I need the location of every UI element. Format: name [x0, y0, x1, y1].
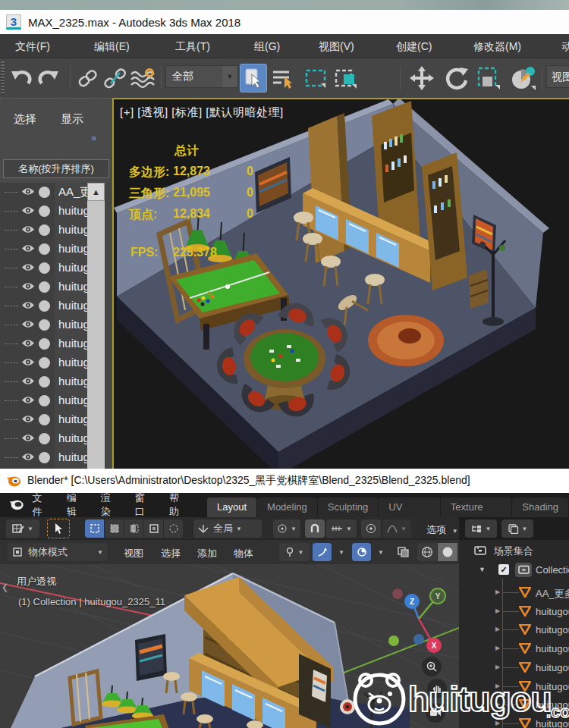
visibility-eye-icon[interactable]	[21, 414, 35, 424]
select-mode-tweak-button[interactable]	[85, 519, 104, 538]
max-menu-animation[interactable]: 动	[561, 34, 569, 58]
select-and-place-button[interactable]	[510, 64, 537, 93]
snap-target-dropdown[interactable]: ▼	[326, 519, 357, 538]
blender-menu-edit[interactable]: 编辑	[67, 491, 84, 519]
visibility-eye-icon[interactable]	[21, 452, 35, 462]
pivot-point-dropdown[interactable]: ▼	[273, 519, 300, 538]
outliner-collection-row[interactable]: ▼ ✓ Collection	[459, 561, 569, 579]
list-scrollbar[interactable]: ▲	[87, 183, 105, 469]
max-menu-tools[interactable]: 工具(T)	[175, 34, 210, 58]
max-menu-edit[interactable]: 编辑(E)	[94, 34, 130, 58]
visibility-eye-icon[interactable]	[21, 224, 35, 234]
max-menu-create[interactable]: 创建(C)	[396, 34, 432, 58]
outliner-item[interactable]: ▶huitugou	[459, 715, 569, 728]
frozen-dot-icon[interactable]	[39, 187, 50, 198]
visibility-eye-icon[interactable]	[21, 357, 35, 367]
editor-type-dropdown[interactable]: ▼	[6, 519, 39, 538]
options-dropdown[interactable]: 选项 ▼	[426, 523, 458, 537]
blender-viewport[interactable]: 用户透视 (1) Collection | huitugou_2325_11 Z…	[0, 564, 459, 728]
visibility-eye-icon[interactable]	[21, 433, 35, 443]
gizmos-toggle-button[interactable]	[313, 543, 332, 561]
bind-to-space-warp-button[interactable]	[129, 64, 156, 93]
max-menu-group[interactable]: 组(G)	[254, 34, 280, 58]
select-and-rotate-button[interactable]	[443, 64, 470, 93]
collection-checkbox[interactable]: ✓	[498, 564, 509, 575]
tab-select[interactable]: 选择	[14, 112, 36, 127]
select-mode-lasso-button[interactable]	[144, 519, 163, 538]
proportional-edit-button[interactable]	[361, 519, 381, 538]
workspace-tab-texturepaint[interactable]: Texture Paint	[441, 497, 511, 517]
outliner-item[interactable]: ▶huitugou	[459, 603, 569, 621]
sort-header[interactable]: 名称(按升序排序)	[3, 159, 109, 178]
rectangular-selection-region-button[interactable]	[302, 64, 329, 93]
frozen-dot-icon[interactable]	[39, 357, 50, 369]
undo-button[interactable]	[8, 64, 35, 93]
workspace-tab-uvediting[interactable]: UV Editing	[379, 497, 440, 517]
select-mode-circle-button[interactable]	[124, 519, 143, 538]
outliner-scene-collection-row[interactable]: 场景集合	[459, 541, 569, 560]
toolbar-drag-handle[interactable]	[1, 61, 5, 95]
frozen-dot-icon[interactable]	[39, 281, 50, 293]
falloff-dropdown[interactable]: ▼	[382, 519, 411, 538]
frozen-dot-icon[interactable]	[39, 206, 50, 217]
transform-orientation-dropdown[interactable]: 全局 ▼	[193, 519, 262, 538]
frozen-dot-icon[interactable]	[39, 338, 50, 350]
navigation-gizmo[interactable]: Z Y X	[383, 585, 451, 654]
select-menu[interactable]: 选择	[161, 547, 181, 560]
visibility-eye-icon[interactable]	[21, 319, 35, 329]
outliner-item[interactable]: ▶huitugou	[459, 696, 569, 714]
workspace-tab-layout[interactable]: Layout	[207, 497, 256, 517]
max-viewport[interactable]: [+] [透视] [标准] [默认明暗处理] 总计 多边形: 12,873 0 …	[112, 98, 569, 469]
outliner-item[interactable]: ▶huitugou	[459, 621, 569, 639]
move-view-button[interactable]	[427, 679, 447, 698]
visibility-eye-icon[interactable]	[21, 206, 35, 215]
workspace-tab-sculpting[interactable]: Sculpting	[318, 497, 378, 517]
expand-arrow-icon[interactable]: ▼	[479, 566, 486, 573]
frozen-dot-icon[interactable]	[39, 300, 50, 312]
workspace-tab-shading[interactable]: Shading	[512, 497, 568, 517]
shading-wireframe-button[interactable]	[417, 543, 437, 561]
workspace-tab-modeling[interactable]: Modeling	[257, 497, 317, 517]
overlays-toggle-button[interactable]	[352, 543, 371, 561]
max-menu-views[interactable]: 视图(V)	[319, 34, 354, 58]
select-object-button[interactable]	[240, 64, 267, 93]
selection-filter-dropdown[interactable]: 全部 ▼	[165, 65, 238, 88]
frozen-dot-icon[interactable]	[39, 243, 50, 255]
visibility-eye-icon[interactable]	[21, 187, 35, 196]
blender-menu-render[interactable]: 渲染	[101, 491, 118, 519]
shading-solid-button[interactable]	[438, 543, 457, 561]
viewport-label[interactable]: [+] [透视] [标准] [默认明暗处理]	[120, 105, 284, 120]
frozen-dot-icon[interactable]	[39, 319, 50, 331]
unlink-selection-button[interactable]	[102, 64, 129, 93]
select-and-link-button[interactable]	[74, 64, 102, 93]
zoom-button[interactable]	[422, 657, 442, 676]
sidebar-toggle-arrow[interactable]: ❮	[2, 582, 8, 592]
blender-menu-help[interactable]: 帮助	[169, 491, 187, 519]
frozen-dot-icon[interactable]	[39, 452, 50, 463]
select-and-move-button[interactable]	[408, 64, 435, 93]
object-menu[interactable]: 物体	[234, 547, 253, 560]
outliner-item[interactable]: ▶huitugou	[459, 640, 569, 658]
blender-menu-file[interactable]: 文件	[33, 491, 50, 519]
view-menu[interactable]: 视图	[124, 547, 143, 560]
add-menu[interactable]: 添加	[197, 547, 217, 560]
tab-display[interactable]: 显示	[61, 112, 83, 127]
frozen-dot-icon[interactable]	[39, 433, 50, 444]
window-crossing-toggle-button[interactable]	[332, 64, 360, 93]
outliner-item[interactable]: ▶huitugou	[459, 678, 569, 696]
mode-dropdown[interactable]: 物体模式 ▼	[8, 543, 108, 561]
visibility-eye-icon[interactable]	[21, 281, 35, 291]
max-menu-file[interactable]: 文件(F)	[15, 34, 50, 58]
frozen-dot-icon[interactable]	[39, 376, 50, 388]
redo-button[interactable]	[35, 64, 62, 93]
show-gizmo-dropdown[interactable]: ▼	[279, 543, 310, 561]
visibility-eye-icon[interactable]	[21, 395, 35, 405]
visibility-eye-icon[interactable]	[21, 243, 35, 253]
active-tool-button[interactable]	[47, 519, 70, 538]
visibility-eye-icon[interactable]	[21, 262, 35, 272]
select-mode-box-button[interactable]	[105, 519, 124, 538]
xray-toggle-button[interactable]	[393, 543, 413, 561]
outliner-filter-dropdown[interactable]: ▼	[501, 519, 533, 538]
outliner-item[interactable]: ▶huitugou	[459, 659, 569, 677]
visibility-eye-icon[interactable]	[21, 376, 35, 386]
